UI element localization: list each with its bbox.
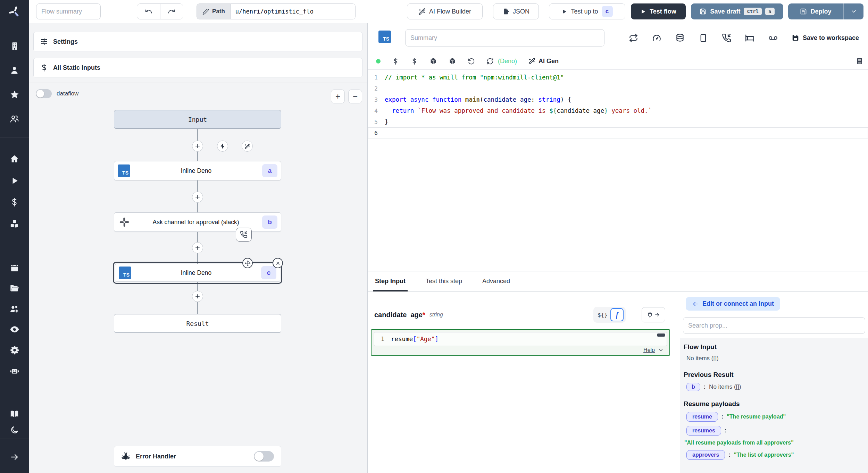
insert-variable-icon[interactable] <box>392 58 399 65</box>
package-icon[interactable] <box>449 57 456 65</box>
javascript-mode-button[interactable]: f <box>610 308 624 321</box>
prop-row: No items ([]) <box>686 355 865 362</box>
section-title: Resume payloads <box>684 400 865 408</box>
json-button[interactable]: JSON <box>493 3 539 19</box>
json-label: JSON <box>513 8 529 15</box>
resources-boxes-icon[interactable] <box>9 219 19 229</box>
wand-icon <box>418 8 426 15</box>
flow-input-node[interactable]: Input <box>114 110 281 129</box>
add-step-button[interactable] <box>192 192 203 203</box>
ai-gen-label: AI Gen <box>539 58 559 65</box>
tab-step-input[interactable]: Step Input <box>375 271 406 291</box>
code-editor[interactable]: 1// import * as wmill from "npm:windmill… <box>368 72 868 271</box>
deploy-label: Deploy <box>810 8 831 15</box>
step-editor-header: TS Save to workspace <box>368 23 868 70</box>
node-c-label: Inline Deno <box>131 269 261 277</box>
folders-icon[interactable] <box>9 283 19 293</box>
save-draft-button[interactable]: Save draft Ctrl S <box>691 3 783 19</box>
concurrency-gauge-icon[interactable] <box>652 33 661 43</box>
path-input[interactable] <box>231 3 356 19</box>
user-icon[interactable] <box>9 65 19 75</box>
retries-icon[interactable] <box>629 33 638 43</box>
test-flow-button[interactable]: Test flow <box>631 3 686 19</box>
zoom-in-button[interactable]: + <box>331 90 345 103</box>
step-node-a[interactable]: TS Inline Deno a <box>114 161 281 180</box>
prop-pill[interactable]: b <box>686 383 700 391</box>
editor-resize-handle[interactable] <box>657 333 665 337</box>
add-step-button[interactable] <box>192 141 203 152</box>
prop-pill[interactable]: resume <box>686 412 718 422</box>
expression-editor[interactable]: 1 resume["Age"] Help <box>371 329 670 356</box>
zoom-out-button[interactable]: − <box>348 90 362 103</box>
mock-voicemail-icon[interactable] <box>768 33 778 43</box>
add-trigger-button[interactable] <box>217 141 228 152</box>
edit-path-button[interactable]: Path <box>197 3 231 19</box>
tab-advanced[interactable]: Advanced <box>482 271 510 291</box>
template-mode-button[interactable]: ${} <box>598 312 608 318</box>
windmill-logo-icon[interactable] <box>0 0 29 23</box>
undo-button[interactable] <box>137 4 160 19</box>
expand-sidebar-arrow-icon[interactable] <box>9 452 19 462</box>
home-icon[interactable] <box>9 154 19 164</box>
move-step-button[interactable] <box>242 258 253 268</box>
chevron-down-icon <box>850 8 857 15</box>
prop-pill[interactable]: resumes <box>686 426 721 436</box>
edit-or-connect-label: Edit or connect an input <box>702 300 774 307</box>
ai-gen-button[interactable]: AI Gen <box>528 58 559 65</box>
runs-play-icon[interactable] <box>9 176 19 186</box>
zap-icon <box>219 143 226 149</box>
connect-input-button[interactable] <box>642 307 665 322</box>
flow-settings-row[interactable]: Settings <box>33 32 362 51</box>
deploy-split-button: Deploy <box>788 3 863 19</box>
prop-pill[interactable]: approvers <box>686 450 725 460</box>
suspend-phone-icon[interactable] <box>722 33 731 43</box>
audit-eye-icon[interactable] <box>9 324 19 334</box>
add-step-button[interactable] <box>192 242 203 253</box>
all-static-inputs-label: All Static Inputs <box>53 64 100 71</box>
star-icon[interactable] <box>9 90 19 100</box>
step-node-b[interactable]: Ask channel for approval (slack) b <box>114 212 281 232</box>
dollar-icon <box>40 64 48 72</box>
groups-users-gear-icon[interactable] <box>9 304 19 314</box>
add-step-button[interactable] <box>192 291 203 302</box>
test-up-to-button[interactable]: Test up to c <box>549 3 625 19</box>
help-link[interactable]: Help <box>643 347 655 353</box>
workspace-building-icon[interactable] <box>9 41 19 51</box>
edit-or-connect-button[interactable]: Edit or connect an input <box>686 297 780 311</box>
all-static-inputs-row[interactable]: All Static Inputs <box>33 58 362 77</box>
sleep-bed-icon[interactable] <box>745 33 754 43</box>
docs-book-icon[interactable] <box>9 409 19 419</box>
step-node-c-selected[interactable]: TS Inline Deno c <box>113 262 282 284</box>
schedules-calendar-icon[interactable] <box>9 262 19 272</box>
dark-mode-moon-icon[interactable] <box>9 425 19 435</box>
prop-picker: Flow InputNo items ([])Previous Resultb:… <box>680 338 868 473</box>
ai-generate-step-button[interactable] <box>242 141 253 152</box>
tab-test-this-step[interactable]: Test this step <box>426 271 462 291</box>
ai-flow-builder-button[interactable]: AI Flow Builder <box>407 3 483 19</box>
flow-result-node[interactable]: Result <box>114 314 281 333</box>
flow-summary-input[interactable] <box>36 3 101 19</box>
error-handler-toggle[interactable] <box>254 451 274 462</box>
redo-button[interactable] <box>160 4 183 19</box>
delete-step-button[interactable] <box>273 258 283 268</box>
early-stop-icon[interactable] <box>699 33 708 43</box>
dataflow-row: dataflow <box>36 89 78 98</box>
script-library-icon[interactable] <box>856 57 864 67</box>
reload-icon[interactable] <box>486 58 494 65</box>
prop-search-input[interactable] <box>683 317 865 334</box>
deploy-more-button[interactable] <box>843 3 863 19</box>
reset-icon[interactable] <box>468 58 475 65</box>
save-to-workspace-button[interactable]: Save to workspace <box>792 34 859 42</box>
chevron-down-icon[interactable] <box>658 347 664 353</box>
package-icon[interactable] <box>429 57 437 65</box>
step-summary-input[interactable] <box>405 29 604 47</box>
dataflow-toggle[interactable] <box>36 89 52 98</box>
deploy-button[interactable]: Deploy <box>788 3 843 19</box>
insert-resource-icon[interactable] <box>411 58 418 65</box>
code-line: 5} <box>368 116 868 127</box>
cache-database-icon[interactable] <box>675 33 685 43</box>
users-icon[interactable] <box>9 114 19 124</box>
variables-dollar-icon[interactable] <box>9 197 19 207</box>
workers-robot-icon[interactable] <box>9 366 19 376</box>
settings-gear-icon[interactable] <box>9 345 19 355</box>
